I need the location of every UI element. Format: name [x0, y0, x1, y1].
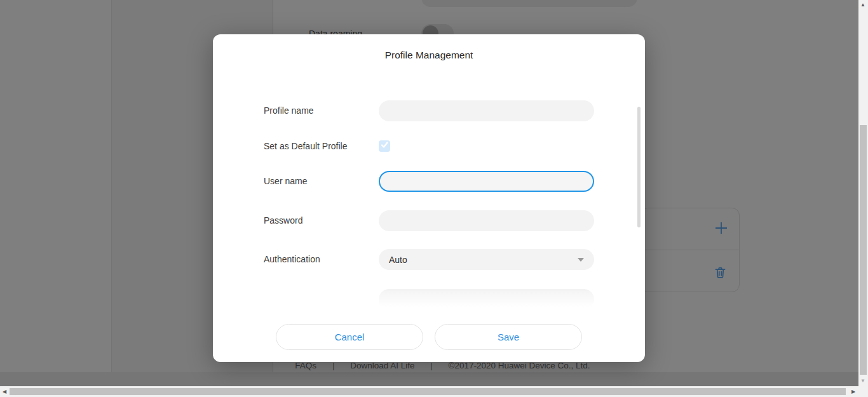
profile-name-input[interactable]	[379, 100, 594, 121]
password-input[interactable]	[379, 210, 594, 231]
authentication-label: Authentication	[264, 249, 375, 270]
set-default-profile-label: Set as Default Profile	[264, 140, 375, 152]
save-button[interactable]: Save	[435, 324, 582, 350]
set-default-profile-checkbox[interactable]	[379, 140, 390, 152]
vertical-scrollbar[interactable]: ▲ ▼	[858, 0, 868, 386]
horizontal-scrollbar-thumb[interactable]	[10, 388, 846, 395]
vertical-scrollbar-thumb[interactable]	[860, 125, 867, 375]
dialog-scrollbar-thumb[interactable]	[637, 107, 641, 227]
authentication-select[interactable]: Auto	[379, 249, 594, 270]
scroll-left-arrow-icon[interactable]: ◀	[3, 389, 6, 394]
user-name-label: User name	[264, 171, 375, 192]
dialog-title: Profile Management	[213, 50, 645, 61]
authentication-selected-value: Auto	[389, 255, 578, 265]
scroll-right-arrow-icon[interactable]: ▶	[851, 389, 855, 394]
horizontal-scrollbar[interactable]: ◀ ▶	[0, 386, 858, 397]
profile-name-label: Profile name	[264, 100, 375, 121]
scroll-up-arrow-icon[interactable]: ▲	[860, 3, 865, 8]
screenshot-root: Data roaming FAQs | Download AI Life | ©…	[0, 0, 868, 397]
user-name-input[interactable]	[379, 171, 594, 192]
check-icon	[380, 140, 389, 152]
profile-management-dialog: Profile Management Profile name Set as D…	[213, 34, 645, 362]
chevron-down-icon	[578, 258, 584, 262]
password-label: Password	[264, 210, 375, 231]
scroll-down-arrow-icon[interactable]: ▼	[860, 379, 865, 384]
scrollbar-corner	[858, 386, 868, 397]
cancel-button[interactable]: Cancel	[276, 324, 423, 350]
partial-next-field	[379, 289, 594, 310]
